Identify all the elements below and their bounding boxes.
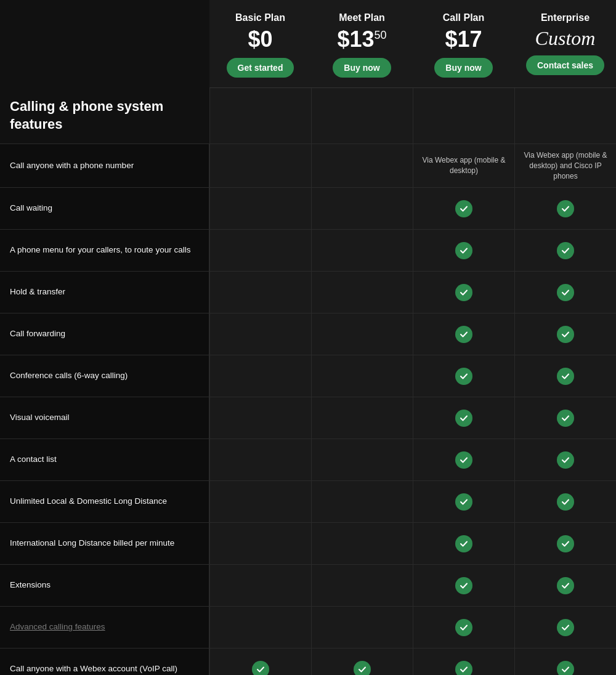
feature-cell-enterprise: [514, 188, 616, 229]
feature-name-cell: International Long Distance billed per m…: [0, 523, 209, 564]
plan-name-basic: Basic Plan: [219, 12, 301, 23]
feature-cell-basic: [209, 649, 311, 675]
table-row: Call waiting: [0, 187, 616, 229]
feature-cell-enterprise: [514, 649, 616, 675]
table-row: Unlimited Local & Domestic Long Distance: [0, 480, 616, 522]
pricing-table: Basic Plan $0 Get started Meet Plan $135…: [0, 0, 616, 675]
feature-cell-enterprise: [514, 565, 616, 606]
feature-name-cell: Call anyone with a Webex account (VoIP c…: [0, 649, 209, 675]
feature-name-cell: Call forwarding: [0, 313, 209, 355]
feature-cell-enterprise: [514, 230, 616, 271]
table-row: A contact list: [0, 439, 616, 480]
table-row: Call forwarding: [0, 313, 616, 355]
header-feature-col: [0, 0, 209, 88]
feature-cell-meet: [311, 607, 413, 648]
check-icon: [455, 284, 472, 301]
feature-cell-call: [413, 230, 514, 271]
feature-cell-basic: [209, 144, 311, 187]
cta-meet[interactable]: Buy now: [333, 58, 391, 78]
feature-name-cell: A phone menu for your callers, to route …: [0, 230, 209, 271]
feature-cell-meet: [311, 230, 413, 271]
feature-cell-enterprise: [514, 523, 616, 564]
feature-cell-call: [413, 607, 514, 648]
feature-name-label: Call anyone with a phone number: [10, 160, 134, 172]
feature-cell-enterprise: Via Webex app (mobile & desktop) and Cis…: [514, 144, 616, 187]
table-row: International Long Distance billed per m…: [0, 522, 616, 564]
check-icon: [557, 577, 574, 594]
feature-cell-meet: [311, 272, 413, 313]
table-row: Advanced calling features: [0, 606, 616, 648]
feature-name-cell: Visual voicemail: [0, 397, 209, 439]
feature-cell-meet: [311, 188, 413, 229]
check-icon: [354, 661, 371, 675]
plan-price-enterprise: Custom: [524, 28, 606, 48]
plan-name-call: Call Plan: [423, 12, 505, 23]
section-basic-empty: [209, 88, 311, 143]
feature-cell-basic: [209, 607, 311, 648]
feature-name-label: A contact list: [10, 454, 57, 466]
feature-name-label: Call waiting: [10, 203, 52, 214]
check-icon: [455, 451, 472, 469]
check-icon: [455, 200, 472, 217]
section-header-row: Calling & phone system features: [0, 88, 616, 143]
check-icon: [455, 619, 472, 636]
feature-name-cell: Hold & transfer: [0, 272, 209, 313]
feature-cell-call: [413, 565, 514, 606]
feature-cell-enterprise: [514, 397, 616, 439]
plan-price-meet: $1350: [321, 28, 403, 51]
feature-cell-meet: [311, 649, 413, 675]
feature-cell-meet: [311, 439, 413, 480]
feature-cell-call: [413, 272, 514, 313]
feature-cell-meet: [311, 523, 413, 564]
feature-name-label: Conference calls (6-way calling): [10, 370, 128, 382]
feature-cell-enterprise: [514, 481, 616, 522]
check-icon: [557, 661, 574, 675]
feature-cell-basic: [209, 272, 311, 313]
feature-name-cell: Conference calls (6-way calling): [0, 355, 209, 397]
feature-cell-enterprise: [514, 272, 616, 313]
feature-name-link[interactable]: Advanced calling features: [10, 621, 105, 633]
feature-cell-call: [413, 188, 514, 229]
header-basic: Basic Plan $0 Get started: [209, 0, 311, 88]
check-icon: [455, 493, 472, 511]
feature-name-label: Unlimited Local & Domestic Long Distance: [10, 496, 167, 507]
check-icon: [455, 326, 472, 343]
check-icon: [557, 535, 574, 552]
check-icon: [455, 242, 472, 259]
feature-cell-basic: [209, 565, 311, 606]
feature-cell-call: [413, 313, 514, 355]
feature-cell-call: [413, 523, 514, 564]
feature-cell-call: [413, 397, 514, 439]
table-row: Call anyone with a phone numberVia Webex…: [0, 143, 616, 187]
check-icon: [557, 242, 574, 259]
cta-call[interactable]: Buy now: [434, 58, 492, 78]
section-title: Calling & phone system features: [10, 98, 200, 133]
feature-cell-call: [413, 355, 514, 397]
check-icon: [557, 493, 574, 511]
feature-name-cell: Call waiting: [0, 188, 209, 229]
feature-name-label: A phone menu for your callers, to route …: [10, 245, 190, 256]
check-icon: [557, 200, 574, 217]
feature-cell-meet: [311, 397, 413, 439]
feature-cell-basic: [209, 188, 311, 229]
check-icon: [455, 535, 472, 552]
check-icon: [557, 368, 574, 385]
section-title-cell: Calling & phone system features: [0, 88, 209, 143]
section-enterprise-empty: [514, 88, 616, 143]
table-row: Conference calls (6-way calling): [0, 355, 616, 397]
feature-name-label: International Long Distance billed per m…: [10, 538, 174, 549]
check-icon: [455, 661, 472, 675]
feature-cell-meet: [311, 355, 413, 397]
check-icon: [455, 410, 472, 427]
check-icon: [455, 577, 472, 594]
feature-cell-enterprise: [514, 607, 616, 648]
feature-cell-meet: [311, 144, 413, 187]
table-row: Visual voicemail: [0, 397, 616, 439]
check-icon: [557, 284, 574, 301]
cta-enterprise[interactable]: Contact sales: [526, 55, 604, 75]
feature-name-cell: A contact list: [0, 439, 209, 480]
feature-cell-basic: [209, 397, 311, 439]
feature-name-label: Call forwarding: [10, 328, 65, 340]
feature-name-label: Extensions: [10, 580, 51, 591]
cta-basic[interactable]: Get started: [227, 58, 294, 78]
